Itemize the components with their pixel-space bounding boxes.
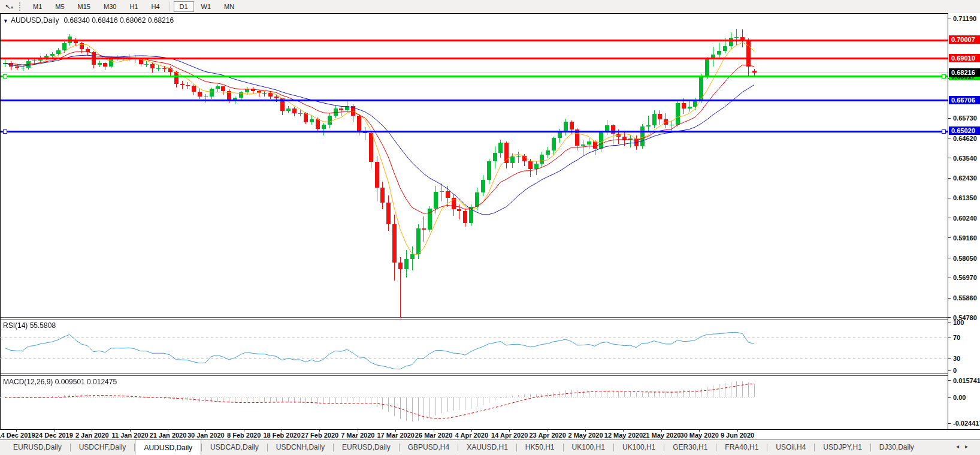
price-tick-label: 0.71190 — [953, 15, 976, 22]
chart-tab-dj30-daily[interactable]: DJ30,Daily — [871, 440, 922, 455]
price-tick-label: 0.63540 — [953, 155, 977, 162]
chart-tab-usdjpy-h1[interactable]: USDJPY,H1 — [815, 440, 870, 455]
date-label: 21 Jan 2020 — [150, 432, 187, 439]
date-label: 9 Jun 2020 — [721, 432, 754, 439]
price-level-badge: 0.69010 — [949, 54, 980, 62]
date-label: 23 Apr 2020 — [529, 432, 565, 439]
tab-scroll-left-icon[interactable]: ◂ — [956, 443, 965, 450]
chart-tab-hk50-h1[interactable]: HK50,H1 — [517, 440, 563, 455]
axis-tick-mark — [948, 178, 951, 179]
rsi-tick-label: 100 — [953, 319, 964, 326]
date-axis[interactable]: 14 Dec 201924 Dec 20192 Jan 202011 Jan 2… — [0, 429, 980, 439]
chart-tab-usdchf-daily[interactable]: USDCHF,Daily — [71, 440, 135, 455]
date-label: 2 May 2020 — [568, 432, 603, 439]
chart-ohlc-values: 0.68340 0.68416 0.68062 0.68216 — [64, 16, 174, 25]
axis-tick-mark — [948, 423, 951, 424]
axis-tick-mark — [948, 198, 951, 198]
date-label: 4 Apr 2020 — [455, 432, 488, 439]
macd-tick-label: 0.015741 — [953, 377, 980, 384]
axis-tick-mark — [948, 278, 951, 278]
date-label: 26 Mar 2020 — [415, 432, 452, 439]
cursor-tool-icon[interactable]: ↖▾ — [0, 2, 18, 11]
chart-tab-audusd-daily[interactable]: AUDUSD,Daily — [135, 439, 201, 455]
toolbar-drag-handle[interactable] — [19, 2, 23, 11]
macd-tick-label: 0.00 — [953, 394, 966, 401]
macd-indicator-label: MACD(12,26,9) 0.009501 0.012475 — [3, 378, 117, 386]
rsi-tick-label: 70 — [953, 334, 960, 341]
price-level-badge: 0.68216 — [949, 68, 980, 77]
price-axis[interactable]: 0.711900.679200.657300.646200.635400.624… — [948, 13, 980, 429]
chart-tab-bar: EURUSD,DailyUSDCHF,DailyAUDUSD,DailyUSDC… — [0, 439, 980, 455]
chart-tab-usoil-h4[interactable]: USOil,H4 — [767, 440, 814, 455]
price-tick-label: 0.56970 — [953, 274, 977, 281]
timeframe-button-m30[interactable]: M30 — [98, 1, 122, 12]
axis-tick-mark — [948, 118, 951, 119]
axis-tick-mark — [948, 358, 951, 359]
tab-scroll-arrows: ◂▸ — [956, 443, 974, 450]
price-level-badge: 0.65020 — [949, 126, 980, 135]
price-level-badge: 0.66706 — [949, 96, 980, 104]
price-tick-label: 0.64620 — [953, 135, 977, 142]
chart-tab-uk100-h1[interactable]: UK100,H1 — [564, 440, 613, 455]
date-label: 14 Apr 2020 — [491, 432, 528, 439]
axis-tick-mark — [948, 218, 951, 218]
date-label: 30 Jan 2020 — [187, 432, 225, 439]
price-tick-label: 0.55860 — [953, 294, 977, 302]
price-tick-label: 0.60240 — [953, 215, 977, 222]
price-chart-canvas[interactable] — [0, 13, 948, 429]
chart-tab-usdcad-daily[interactable]: USDCAD,Daily — [202, 440, 267, 455]
axis-tick-mark — [948, 138, 951, 138]
axis-tick-mark — [948, 237, 951, 238]
timeframe-toolbar: ↖▾ M1M5M15M30H1H4D1W1MN — [0, 0, 980, 14]
chart-menu-icon[interactable]: ▼ — [3, 18, 8, 24]
axis-tick-mark — [948, 323, 951, 323]
date-label: 27 Feb 2020 — [301, 432, 338, 439]
rsi-tick-label: 30 — [953, 355, 960, 362]
timeframe-button-h1[interactable]: H1 — [123, 1, 144, 12]
price-tick-label: 0.58050 — [953, 255, 977, 262]
date-label: 17 Mar 2020 — [377, 432, 414, 439]
timeframe-button-mn[interactable]: MN — [218, 1, 240, 12]
chart-title: ▼AUDUSD,Daily0.68340 0.68416 0.68062 0.6… — [3, 16, 174, 25]
timeframe-button-m15[interactable]: M15 — [72, 1, 96, 12]
chart-tab-eurusd-daily[interactable]: EURUSD,Daily — [5, 440, 70, 455]
date-label: 30 May 2020 — [680, 432, 719, 439]
chart-tab-xauusd-h1[interactable]: XAUUSD,H1 — [458, 440, 516, 455]
rsi-tick-label: 0 — [953, 367, 957, 374]
timeframe-buttons: M1M5M15M30H1H4D1W1MN — [26, 1, 241, 12]
timeframe-button-w1[interactable]: W1 — [195, 1, 217, 12]
macd-tick-label: -0.024417 — [953, 420, 980, 427]
date-label: 2 Jan 2020 — [75, 432, 109, 439]
timeframe-button-d1[interactable]: D1 — [174, 1, 194, 12]
axis-tick-mark — [948, 258, 951, 258]
date-label: 14 Dec 2019 — [0, 432, 35, 439]
tab-scroll-right-icon[interactable]: ▸ — [965, 443, 974, 450]
date-label: 12 May 2020 — [604, 432, 643, 439]
toolbar-separator — [170, 2, 170, 11]
chart-symbol: AUDUSD,Daily — [11, 16, 59, 25]
price-tick-label: 0.62430 — [953, 174, 977, 182]
trading-platform-window: ↖▾ M1M5M15M30H1H4D1W1MN ▼AUDUSD,Daily0.6… — [0, 0, 980, 455]
timeframe-button-m1[interactable]: M1 — [27, 1, 48, 12]
chart-tab-fra40-h1[interactable]: FRA40,H1 — [716, 440, 767, 455]
axis-tick-mark — [948, 158, 951, 158]
axis-tick-mark — [948, 380, 951, 381]
timeframe-button-h4[interactable]: H4 — [145, 1, 165, 12]
chart-tab-ger30-h1[interactable]: GER30,H1 — [664, 440, 716, 455]
date-label: 18 Feb 2020 — [263, 432, 300, 439]
date-label: 24 Dec 2019 — [35, 432, 73, 439]
axis-tick-mark — [948, 397, 951, 398]
axis-tick-mark — [948, 19, 951, 19]
price-level-badge: 0.70007 — [949, 35, 980, 44]
chart-tab-eurusd-daily[interactable]: EURUSD,Daily — [334, 440, 399, 455]
chart-tab-gbpusd-h4[interactable]: GBPUSD,H4 — [400, 440, 458, 455]
axis-tick-mark — [948, 338, 951, 338]
chart-tab-usdcnh-daily[interactable]: USDCNH,Daily — [268, 440, 333, 455]
axis-tick-mark — [948, 370, 951, 371]
price-tick-label: 0.65730 — [953, 114, 977, 122]
price-tick-label: 0.59160 — [953, 234, 977, 242]
date-label: 8 Feb 2020 — [227, 432, 261, 439]
timeframe-button-m5[interactable]: M5 — [49, 1, 70, 12]
chart-tab-uk100-h1[interactable]: UK100,H1 — [614, 440, 664, 455]
date-label: 21 May 2020 — [642, 432, 680, 439]
